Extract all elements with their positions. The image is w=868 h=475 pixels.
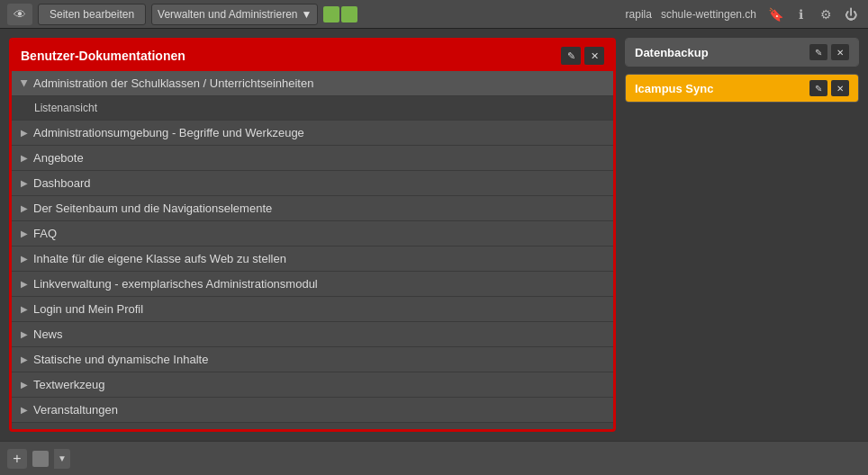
arrow-icon-administrations: ▶ <box>21 128 28 138</box>
arrow-icon-faq: ▶ <box>21 229 28 238</box>
domain: schule-wettingen.ch <box>661 8 756 21</box>
green-box-2 <box>341 6 357 22</box>
bottombar: + ▼ <box>0 441 868 475</box>
left-panel-header: Benutzer-Dokumentationen ✎ ✕ <box>12 40 613 71</box>
nav-label-angebote: Angebote <box>33 151 84 165</box>
nav-item-login[interactable]: ▶ Login und Mein Profil <box>12 297 613 322</box>
arrow-icon-login: ▶ <box>21 304 28 314</box>
nav-item-angebote[interactable]: ▶ Angebote <box>12 146 613 171</box>
nav-label-listenansicht: Listenansicht <box>34 102 97 114</box>
left-panel-edit-button[interactable]: ✎ <box>561 47 581 65</box>
verwalten-label: Verwalten und Administrieren <box>158 8 297 21</box>
nav-label-dashboard: Dashboard <box>33 176 91 190</box>
arrow-icon-veranstaltungen: ▶ <box>21 405 28 415</box>
nav-item-dashboard[interactable]: ▶ Dashboard <box>12 171 613 196</box>
nav-item-veranstaltungen[interactable]: ▶ Veranstaltungen <box>12 398 613 423</box>
icampus-close-button[interactable]: ✕ <box>831 80 849 96</box>
nav-item-faq[interactable]: ▶ FAQ <box>12 221 613 246</box>
nav-item-schulklassen[interactable]: ▶ Administration der Schulklassen / Unte… <box>12 71 613 96</box>
widget-datenbackup-header: Datenbackup ✎ ✕ <box>626 39 858 66</box>
green-boxes <box>323 6 357 22</box>
widget-datenbackup-close-button[interactable]: ✕ <box>831 44 849 60</box>
info-icon[interactable]: ℹ <box>791 4 810 24</box>
nav-item-textwerkzeug[interactable]: ▶ Textwerkzeug <box>12 372 613 398</box>
topbar: 👁 Seiten bearbeiten Verwalten und Admini… <box>0 0 868 29</box>
main-content: Benutzer-Dokumentationen ✎ ✕ ▶ Administr… <box>0 29 868 441</box>
icampus-edit-button[interactable]: ✎ <box>809 80 827 96</box>
nav-label-administrations: Administrationsumgebung - Begriffe und W… <box>33 126 304 139</box>
widget-datenbackup-buttons: ✎ ✕ <box>809 44 849 60</box>
arrow-icon-linkverwaltung: ▶ <box>21 279 28 289</box>
nav-label-statische: Statische und dynamische Inhalte <box>33 353 208 366</box>
widget-datenbackup: Datenbackup ✎ ✕ <box>625 38 859 67</box>
nav-item-linkverwaltung[interactable]: ▶ Linkverwaltung - exemplarisches Admini… <box>12 272 613 297</box>
topbar-right: rapila schule-wettingen.ch 🔖 ℹ ⚙ ⏻ <box>626 4 861 24</box>
nav-item-administrations[interactable]: ▶ Administrationsumgebung - Begriffe und… <box>12 121 613 146</box>
arrow-icon-schulklassen: ▶ <box>20 80 30 87</box>
power-icon[interactable]: ⏻ <box>841 4 861 24</box>
arrow-icon-seitenbaum: ▶ <box>21 203 28 213</box>
nav-label-inhalte: Inhalte für die eigene Klasse aufs Web z… <box>33 252 286 265</box>
nav-item-news[interactable]: ▶ News <box>12 322 613 347</box>
username: rapila <box>626 8 652 21</box>
nav-label-seitenbaum: Der Seitenbaum und die Navigationselemen… <box>33 202 272 215</box>
nav-item-seitenbaum[interactable]: ▶ Der Seitenbaum und die Navigationselem… <box>12 196 613 221</box>
left-panel-header-buttons: ✎ ✕ <box>561 47 604 65</box>
topbar-icons: 🔖 ℹ ⚙ ⏻ <box>765 4 861 24</box>
dropdown-arrow-icon: ▼ <box>302 8 312 21</box>
left-panel-body: ▶ Administration der Schulklassen / Unte… <box>12 71 613 429</box>
nav-label-faq: FAQ <box>33 227 57 240</box>
widget-datenbackup-edit-button[interactable]: ✎ <box>809 44 827 60</box>
left-panel: Benutzer-Dokumentationen ✎ ✕ ▶ Administr… <box>9 38 616 432</box>
icampus-buttons: ✎ ✕ <box>809 80 849 96</box>
settings-icon[interactable]: ⚙ <box>816 4 836 24</box>
icampus-label: Icampus Sync <box>635 82 713 95</box>
green-box-1 <box>323 6 339 22</box>
arrow-icon-dashboard: ▶ <box>21 178 28 188</box>
icampus-item: Icampus Sync ✎ ✕ <box>626 75 858 102</box>
left-panel-close-button[interactable]: ✕ <box>584 47 604 65</box>
widget-datenbackup-title: Datenbackup <box>635 46 709 59</box>
nav-item-inhalte[interactable]: ▶ Inhalte für die eigene Klasse aufs Web… <box>12 246 613 272</box>
nav-item-listenansicht[interactable]: Listenansicht <box>12 96 613 121</box>
widget-icampus: Icampus Sync ✎ ✕ <box>625 74 859 103</box>
verwalten-dropdown[interactable]: Verwalten und Administrieren ▼ <box>151 4 318 25</box>
left-panel-title: Benutzer-Dokumentationen <box>21 49 185 63</box>
nav-label-login: Login und Mein Profil <box>33 302 143 316</box>
arrow-icon-news: ▶ <box>21 329 28 339</box>
bottom-box <box>32 451 49 467</box>
bottom-dropdown-button[interactable]: ▼ <box>54 449 70 469</box>
seiten-bearbeiten-button[interactable]: Seiten bearbeiten <box>38 4 146 25</box>
arrow-icon-angebote: ▶ <box>21 153 28 163</box>
arrow-icon-statische: ▶ <box>21 354 28 364</box>
right-panel: Datenbackup ✎ ✕ Icampus Sync ✎ ✕ <box>625 38 859 432</box>
arrow-icon-inhalte: ▶ <box>21 254 28 264</box>
nav-item-statische[interactable]: ▶ Statische und dynamische Inhalte <box>12 347 613 372</box>
nav-label-textwerkzeug: Textwerkzeug <box>33 378 104 391</box>
add-button[interactable]: + <box>7 449 27 469</box>
arrow-icon-textwerkzeug: ▶ <box>21 380 28 390</box>
bookmark-icon[interactable]: 🔖 <box>765 4 785 24</box>
eye-icon[interactable]: 👁 <box>7 4 32 25</box>
nav-label-veranstaltungen: Veranstaltungen <box>33 403 118 417</box>
nav-label-schulklassen: Administration der Schulklassen / Unterr… <box>33 76 313 90</box>
nav-label-news: News <box>33 327 63 341</box>
nav-label-linkverwaltung: Linkverwaltung - exemplarisches Administ… <box>33 277 318 291</box>
